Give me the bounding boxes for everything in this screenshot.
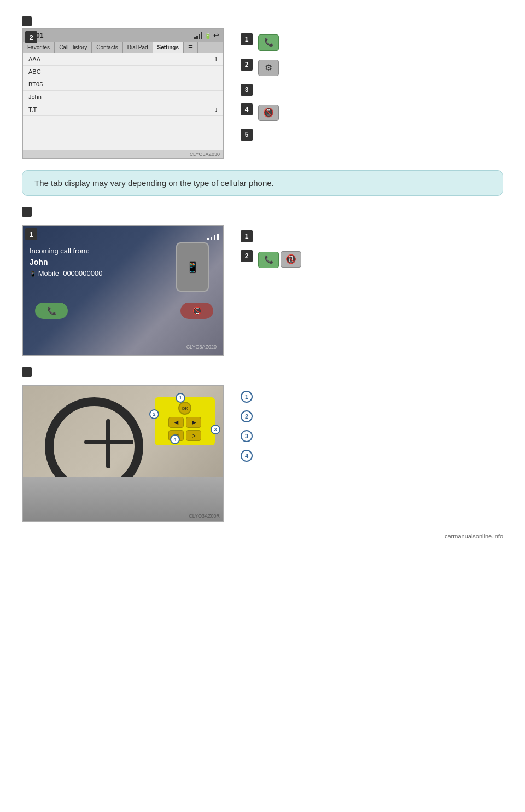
item-5: 5 <box>241 129 503 141</box>
num-badge-3: 3 <box>241 84 253 96</box>
settings-icon: ⚙ <box>258 60 279 76</box>
vol-down-button[interactable]: ◀ <box>168 417 184 428</box>
list-item[interactable]: AAA 1 <box>23 53 223 66</box>
phone-type: Mobile <box>38 269 59 277</box>
tab-dial-pad[interactable]: Dial Pad <box>123 42 153 53</box>
bt01-screen-container: 2 BT01 🔋 ↩ <box>22 28 224 159</box>
s3 <box>214 235 215 240</box>
num-badge-2: 2 <box>241 59 253 71</box>
phone-image: 📱 <box>176 242 209 292</box>
s2-item-2: 2 📞 📵 <box>241 250 503 272</box>
bt01-contact-list: AAA 1 ABC BT05 John T.T <box>23 53 223 150</box>
bt01-header-right: 🔋 ↩ <box>194 32 219 39</box>
s3-item-1: 1 <box>241 391 503 403</box>
phone-icon-small: 📱 <box>30 271 36 277</box>
section3-badge <box>22 367 32 377</box>
vol-up-button[interactable]: ▶ <box>186 417 201 428</box>
green-phone-icon: 📞 <box>258 34 279 51</box>
item-3: 3 <box>241 84 503 96</box>
section1-numbered-items: 1 📞 2 ⚙ 3 4 📵 <box>241 28 503 159</box>
incoming-phone-screen: Incoming call from: John 📱 Mobile 000000… <box>22 225 224 356</box>
page-footnote: carmanualsonline.info <box>22 533 503 540</box>
section3-content: OK ◀ ▶ ◁ ▷ 1 2 3 4 CLYO3AZ00R <box>22 385 503 522</box>
section2-badge <box>22 207 32 217</box>
bt01-phone-screen: BT01 🔋 ↩ Favo <box>22 28 224 159</box>
s2-answer-icon: 📞 <box>258 252 279 268</box>
list-item[interactable]: BT05 <box>23 78 223 91</box>
s3-circle-4: 4 <box>241 450 253 462</box>
control-num-4: 4 <box>170 434 180 444</box>
bt01-footer-code: CLYO3AZ030 <box>23 150 223 158</box>
bt01-header: BT01 🔋 ↩ <box>23 29 223 42</box>
s2-end-icon: 📵 <box>281 251 301 268</box>
s2-num-badge-2: 2 <box>241 250 253 262</box>
next-button[interactable]: ▷ <box>186 430 201 441</box>
end-call-icon: 📵 <box>258 105 279 121</box>
section3-numbered-items: 1 2 3 4 <box>241 385 503 522</box>
signal-bar-2 <box>196 36 198 39</box>
list-item[interactable]: ABC <box>23 66 223 78</box>
controls-row-3: ◁ ▷ <box>159 430 211 441</box>
contact-abc: ABC <box>28 68 41 75</box>
note-text: The tab display may vary depending on th… <box>34 178 274 188</box>
section1-content: 2 BT01 🔋 ↩ <box>22 28 503 159</box>
steering-wheel-image: OK ◀ ▶ ◁ ▷ 1 2 3 4 CLYO3AZ00R <box>22 385 224 522</box>
section2-numbered-items: 1 2 📞 📵 <box>241 225 503 356</box>
steering-wheel-spoke-v <box>106 419 110 468</box>
incoming-ui: Incoming call from: John 📱 Mobile 000000… <box>23 226 224 356</box>
controls-row-2: ◀ ▶ <box>159 417 211 428</box>
signal-bars <box>194 32 202 39</box>
control-num-1: 1 <box>176 393 185 403</box>
section1-badge <box>22 16 32 26</box>
contact-tt: T.T <box>28 106 37 113</box>
controls-popup: OK ◀ ▶ ◁ ▷ 1 2 3 4 <box>155 397 215 445</box>
signal-bar-1 <box>194 37 196 39</box>
section1-header <box>22 16 503 28</box>
s2-item-2-content: 📞 📵 <box>258 250 301 272</box>
control-num-3: 3 <box>211 425 220 434</box>
ok-button[interactable]: OK <box>178 402 191 415</box>
list-item[interactable]: T.T ↓ <box>23 103 223 116</box>
screen-number-badge: 2 <box>25 31 37 43</box>
bt01-ui: BT01 🔋 ↩ Favo <box>23 29 223 158</box>
tab-settings[interactable]: Settings <box>153 42 184 53</box>
item-1-content: 📞 <box>258 33 279 51</box>
section2-content: 1 Incoming call from: John 📱 <box>22 225 503 356</box>
s3-item-2: 2 <box>241 410 503 422</box>
incoming-screen-container: 1 Incoming call from: John 📱 <box>22 225 224 356</box>
bt01-battery-icon: 🔋 <box>205 33 211 39</box>
signal-bar-3 <box>199 34 200 39</box>
bt01-back-icon[interactable]: ↩ <box>213 32 219 39</box>
answer-button[interactable]: 📞 <box>35 303 68 319</box>
contact-aaa: AAA <box>28 56 40 62</box>
s3-circle-3: 3 <box>241 430 253 442</box>
s2 <box>211 237 212 240</box>
tab-contacts[interactable]: Contacts <box>92 42 122 53</box>
decline-button[interactable]: 📵 <box>180 303 213 319</box>
bt01-tabs: Favorites Call History Contacts Dial Pad… <box>23 42 223 53</box>
phone-number: 0000000000 <box>63 269 102 277</box>
control-num-2: 2 <box>149 409 159 419</box>
s1 <box>207 238 209 240</box>
item-4: 4 📵 <box>241 103 503 121</box>
item-4-content: 📵 <box>258 103 279 121</box>
note-box: The tab display may vary depending on th… <box>22 170 503 196</box>
signal-bar-4 <box>201 32 202 39</box>
s3-item-4: 4 <box>241 450 503 462</box>
s2-item-1: 1 <box>241 230 503 242</box>
contact-aaa-num: 1 <box>214 56 218 62</box>
s2-num-badge-1: 1 <box>241 230 253 242</box>
contact-john: John <box>28 94 42 100</box>
s3-item-3: 3 <box>241 430 503 442</box>
incoming-screen-badge: 1 <box>25 228 37 240</box>
tab-call-history[interactable]: Call History <box>55 42 92 53</box>
tab-menu[interactable]: ☰ <box>184 42 198 53</box>
num-badge-5: 5 <box>241 129 253 141</box>
num-badge-4: 4 <box>241 103 253 115</box>
tab-favorites[interactable]: Favorites <box>23 42 55 53</box>
list-item[interactable]: John <box>23 91 223 103</box>
controls-row-1: OK <box>159 402 211 415</box>
page-container: 2 BT01 🔋 ↩ <box>0 0 525 556</box>
incoming-call-buttons: 📞 📵 <box>30 303 219 319</box>
s4 <box>217 234 219 240</box>
